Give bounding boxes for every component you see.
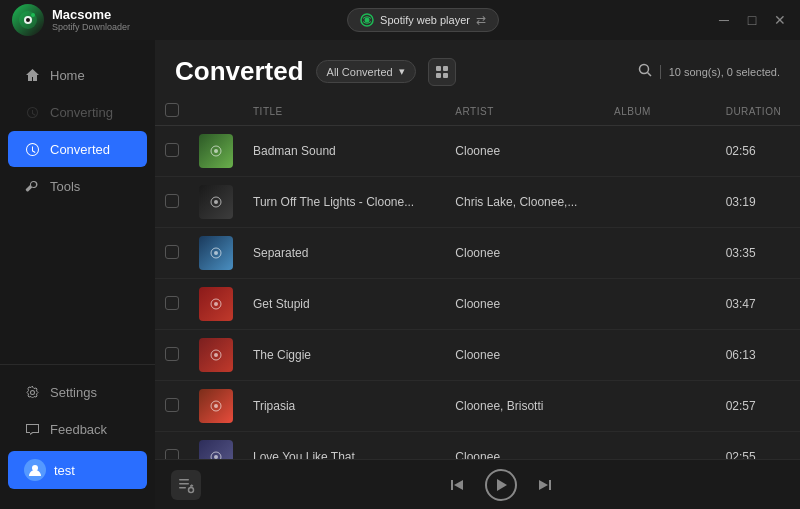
table-row[interactable]: Tripasia Cloonee, Brisotti 02:57 xyxy=(155,381,800,432)
svg-rect-10 xyxy=(443,73,448,78)
row-checkbox[interactable] xyxy=(165,449,179,460)
svg-point-16 xyxy=(214,200,218,204)
row-thumb-cell xyxy=(189,177,243,228)
filter-dropdown[interactable]: All Converted ▾ xyxy=(316,60,416,83)
track-thumbnail xyxy=(199,236,233,270)
app-branding: Macsome Spotify Downloader xyxy=(12,4,130,36)
titlebar: Macsome Spotify Downloader Spotify web p… xyxy=(0,0,800,40)
row-checkbox[interactable] xyxy=(165,143,179,157)
converting-label: Converting xyxy=(50,105,113,120)
svg-point-3 xyxy=(31,13,35,17)
col-duration-header: DURATION xyxy=(716,97,800,126)
table-row[interactable]: Love You Like That Cloonee 02:55 xyxy=(155,432,800,460)
source-selector[interactable]: Spotify web player ⇄ xyxy=(347,8,499,32)
row-album xyxy=(604,330,716,381)
user-name: test xyxy=(54,463,75,478)
converted-icon xyxy=(24,141,40,157)
row-thumb-cell xyxy=(189,432,243,460)
sidebar-item-settings[interactable]: Settings xyxy=(8,374,147,410)
main-layout: Home Converting Converted xyxy=(0,40,800,509)
row-checkbox[interactable] xyxy=(165,194,179,208)
user-avatar xyxy=(24,459,46,481)
row-artist: Cloonee, Brisotti xyxy=(445,381,604,432)
maximize-button[interactable]: □ xyxy=(744,12,760,28)
row-title: Get Stupid xyxy=(243,279,445,330)
row-artist: Cloonee xyxy=(445,126,604,177)
row-checkbox[interactable] xyxy=(165,347,179,361)
settings-label: Settings xyxy=(50,385,97,400)
tracks-table-wrapper[interactable]: TITLE ARTIST ALBUM DURATION xyxy=(155,97,800,459)
titlebar-center: Spotify web player ⇄ xyxy=(347,8,499,32)
feedback-label: Feedback xyxy=(50,422,107,437)
table-row[interactable]: The Ciggie Cloonee 06:13 xyxy=(155,330,800,381)
table-row[interactable]: Get Stupid Cloonee 03:47 xyxy=(155,279,800,330)
track-thumbnail xyxy=(199,287,233,321)
track-thumbnail xyxy=(199,134,233,168)
tracks-body: Badman Sound Cloonee 02:56 Turn Off The … xyxy=(155,126,800,460)
svg-line-12 xyxy=(647,73,651,77)
sidebar-item-converting[interactable]: Converting xyxy=(8,94,147,130)
tools-label: Tools xyxy=(50,179,80,194)
sidebar-bottom: Settings Feedback test xyxy=(0,364,155,501)
settings-icon xyxy=(24,384,40,400)
row-duration: 02:56 xyxy=(716,126,800,177)
row-album xyxy=(604,228,716,279)
svg-point-18 xyxy=(214,251,218,255)
svg-rect-30 xyxy=(179,483,189,485)
track-thumbnail xyxy=(199,440,233,459)
row-duration: 02:57 xyxy=(716,381,800,432)
row-album xyxy=(604,279,716,330)
svg-marker-37 xyxy=(497,479,507,491)
row-checkbox-cell xyxy=(155,330,189,381)
row-thumb-cell xyxy=(189,228,243,279)
svg-marker-36 xyxy=(454,480,463,490)
track-thumbnail xyxy=(199,185,233,219)
sidebar-item-tools[interactable]: Tools xyxy=(8,168,147,204)
row-album xyxy=(604,177,716,228)
search-button[interactable] xyxy=(638,63,652,80)
col-artist-header: ARTIST xyxy=(445,97,604,126)
row-thumb-cell xyxy=(189,279,243,330)
app-name: Macsome Spotify Downloader xyxy=(52,7,130,33)
close-button[interactable]: ✕ xyxy=(772,12,788,28)
sidebar: Home Converting Converted xyxy=(0,40,155,509)
row-checkbox[interactable] xyxy=(165,296,179,310)
svg-rect-8 xyxy=(443,66,448,71)
row-thumb-cell xyxy=(189,126,243,177)
user-section[interactable]: test xyxy=(8,451,147,489)
tracks-table: TITLE ARTIST ALBUM DURATION xyxy=(155,97,800,459)
play-button[interactable] xyxy=(485,469,517,501)
row-title: Love You Like That xyxy=(243,432,445,460)
sidebar-item-home[interactable]: Home xyxy=(8,57,147,93)
select-all-checkbox[interactable] xyxy=(165,103,179,117)
svg-rect-29 xyxy=(179,479,189,481)
row-artist: Cloonee xyxy=(445,228,604,279)
grid-view-button[interactable] xyxy=(428,58,456,86)
col-thumb xyxy=(189,97,243,126)
row-duration: 03:19 xyxy=(716,177,800,228)
row-duration: 03:35 xyxy=(716,228,800,279)
svg-point-24 xyxy=(214,404,218,408)
row-duration: 06:13 xyxy=(716,330,800,381)
tools-icon xyxy=(24,178,40,194)
next-button[interactable] xyxy=(533,473,557,497)
row-checkbox[interactable] xyxy=(165,245,179,259)
page-title: Converted xyxy=(175,56,304,87)
row-checkbox-cell xyxy=(155,381,189,432)
svg-point-14 xyxy=(214,149,218,153)
content-area: Converted All Converted ▾ xyxy=(155,40,800,509)
row-artist: Chris Lake, Cloonee,... xyxy=(445,177,604,228)
sidebar-item-feedback[interactable]: Feedback xyxy=(8,411,147,447)
player-footer xyxy=(155,459,800,509)
row-checkbox[interactable] xyxy=(165,398,179,412)
table-row[interactable]: Turn Off The Lights - Cloone... Chris La… xyxy=(155,177,800,228)
minimize-button[interactable]: ─ xyxy=(716,12,732,28)
table-row[interactable]: Badman Sound Cloonee 02:56 xyxy=(155,126,800,177)
svg-rect-31 xyxy=(179,487,186,489)
sidebar-item-converted[interactable]: Converted xyxy=(8,131,147,167)
col-album-header: ALBUM xyxy=(604,97,716,126)
music-queue-button[interactable] xyxy=(171,470,201,500)
table-row[interactable]: Separated Cloonee 03:35 xyxy=(155,228,800,279)
prev-button[interactable] xyxy=(445,473,469,497)
converting-icon xyxy=(24,104,40,120)
